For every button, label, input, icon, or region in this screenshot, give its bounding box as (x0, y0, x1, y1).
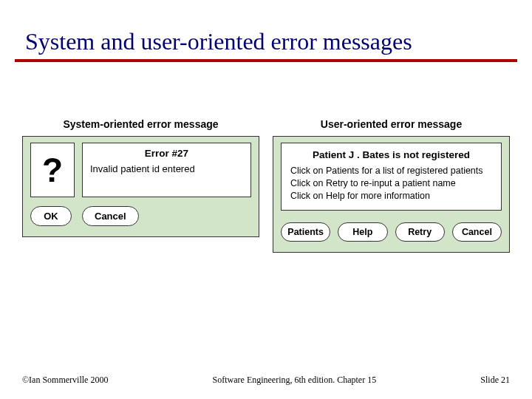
slide-title: System and user-oriented error messages (25, 28, 507, 58)
footer-right: Slide 21 (480, 375, 510, 386)
system-error-body: Invalid patient id entered (90, 163, 243, 174)
cancel-button[interactable]: Cancel (82, 206, 139, 226)
cancel-button-2[interactable]: Cancel (452, 222, 502, 242)
system-panel-title: System-oriented error message (22, 118, 259, 130)
slide: System and user-oriented error messages … (0, 0, 532, 399)
user-error-title: Patient J . Bates is not registered (290, 149, 492, 160)
user-button-row: Patients Help Retry Cancel (281, 222, 502, 242)
user-line-3: Click on Help for more information (290, 190, 492, 202)
content-area: System-oriented error message ? Error #2… (22, 118, 510, 253)
system-dialog-box: ? Error #27 Invalid patient id entered O… (22, 136, 259, 237)
retry-button[interactable]: Retry (395, 222, 445, 242)
user-line-1: Click on Patients for a list of register… (290, 165, 492, 177)
question-mark-icon: ? (30, 143, 75, 197)
system-button-row: OK Cancel (30, 206, 251, 226)
user-line-2: Click on Retry to re-input a patient nam… (290, 177, 492, 190)
system-panel: System-oriented error message ? Error #2… (22, 118, 259, 253)
user-error-lines: Click on Patients for a list of register… (290, 165, 492, 202)
slide-footer: ©Ian Sommerville 2000 Software Engineeri… (22, 375, 510, 386)
user-dialog-box: Patient J . Bates is not registered Clic… (273, 136, 510, 253)
title-underline (15, 59, 517, 62)
help-button[interactable]: Help (338, 222, 387, 242)
ok-button[interactable]: OK (30, 206, 72, 226)
footer-left: ©Ian Sommerville 2000 (22, 375, 108, 386)
footer-center: Software Engineering, 6th edition. Chapt… (213, 375, 377, 386)
system-error-title: Error #27 (90, 148, 243, 159)
user-dialog-body: Patient J . Bates is not registered Clic… (281, 143, 502, 211)
system-error-text-block: Error #27 Invalid patient id entered (82, 143, 251, 197)
system-dialog-body: ? Error #27 Invalid patient id entered (30, 143, 251, 197)
user-panel: User-oriented error message Patient J . … (273, 118, 510, 253)
patients-button[interactable]: Patients (281, 222, 330, 242)
user-panel-title: User-oriented error message (273, 118, 510, 130)
